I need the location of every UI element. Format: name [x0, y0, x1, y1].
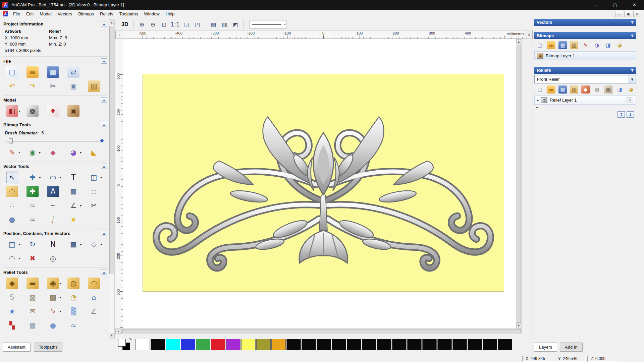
texture-relief-icon[interactable]: ▩	[26, 292, 42, 303]
import-bitmap-icon[interactable]: ▥	[570, 41, 578, 49]
child-close-button[interactable]: ✕	[633, 11, 641, 17]
set-model-size-icon[interactable]: ◧ ▸	[6, 105, 21, 117]
palette-swatch-black-9[interactable]	[392, 339, 407, 350]
palette-swatch-black-16[interactable]	[498, 339, 512, 350]
node-editing-icon[interactable]: ∫	[47, 214, 62, 225]
select-vectors-icon[interactable]: ↖	[6, 172, 21, 183]
save-relief-icon[interactable]: ▦	[558, 85, 567, 94]
save-copy-icon[interactable]: ⇄	[67, 66, 83, 78]
line-width-handle[interactable]: ▴	[284, 22, 286, 26]
bitmap-layer-row[interactable]: ◉ Bitmap Layer 1	[534, 51, 636, 60]
reliefs-section-header[interactable]: Reliefs ▼	[534, 67, 636, 74]
primary-colour-swatch[interactable]	[118, 339, 126, 347]
palette-swatch-black-15[interactable]	[483, 339, 497, 350]
create-bezier-icon[interactable]: ~	[47, 200, 62, 211]
scroll-up-icon[interactable]: ▲	[109, 20, 114, 25]
turn-relief-icon[interactable]: ◍	[67, 278, 83, 289]
zoom-objects-icon[interactable]: ◱	[181, 20, 191, 29]
tab-assistant[interactable]: Assistant	[3, 343, 31, 352]
clipart-relief-icon[interactable]: ▚	[6, 320, 21, 331]
slider-thumb[interactable]	[9, 138, 13, 143]
block-array-icon[interactable]: ▦ ▸	[67, 239, 83, 250]
primary-secondary-colour[interactable]: ✎	[118, 338, 133, 351]
chevron-down-icon[interactable]: ▼	[631, 20, 634, 24]
free-curve-icon[interactable]: ≈	[26, 214, 42, 225]
move-layer-up-button[interactable]: ↑	[618, 111, 625, 118]
collapse-position-tools-button[interactable]: ▲	[101, 231, 107, 236]
ruler-options-button[interactable]: ⇅	[526, 31, 533, 39]
zoom-page-icon[interactable]: ◳	[193, 20, 202, 29]
bitmap-options-icon[interactable]: ◕	[615, 41, 624, 49]
save-model-icon[interactable]: ▦	[47, 66, 62, 78]
extrude-relief-icon[interactable]: ▬	[26, 278, 42, 289]
child-restore-button[interactable]: ▣	[624, 11, 632, 17]
shape-editor-icon[interactable]: ◆	[6, 278, 21, 289]
horizontal-ruler[interactable]: -500-400-300-200-1000100200300400 millim…	[123, 31, 526, 39]
toggle-vector-view-icon[interactable]: ▥	[220, 20, 229, 29]
create-points-icon[interactable]: ∴	[6, 200, 21, 211]
constant-height-icon[interactable]: ⌂	[88, 292, 103, 303]
menu-bitmaps[interactable]: Bitmaps	[75, 10, 97, 17]
relief-select-combobox[interactable]: Front Relief ▼	[534, 75, 636, 83]
palette-swatch-black-10[interactable]	[407, 339, 422, 350]
vectors-section-header[interactable]: Vectors ▼	[534, 19, 636, 26]
zoom-one-to-one-icon[interactable]: 1:1	[170, 20, 179, 29]
tab-layers[interactable]: Layers	[534, 343, 557, 352]
new-relief-icon[interactable]: ▢	[536, 85, 544, 94]
rotate-array-icon[interactable]: ↻	[26, 239, 42, 250]
new-model-icon[interactable]: ▢	[6, 66, 21, 78]
redo-icon[interactable]: ↷	[26, 80, 42, 92]
sculpt-model-icon[interactable]: ♦	[47, 105, 62, 117]
palette-swatch-yellow[interactable]	[241, 339, 256, 350]
tab-toolpaths[interactable]: Toolpaths	[34, 343, 63, 352]
save-bitmap-icon[interactable]: ▦	[558, 41, 567, 49]
menu-help[interactable]: Help	[163, 10, 178, 17]
palette-swatch-black-13[interactable]	[452, 339, 467, 350]
snap-grid-icon[interactable]: ▦	[67, 186, 83, 197]
palette-swatch-black-4[interactable]	[317, 339, 331, 350]
greyscale-model-icon[interactable]: ▩	[26, 105, 42, 117]
copy-along-curve-icon[interactable]: ◇ ▸	[88, 239, 103, 250]
canvas-sheet[interactable]	[143, 74, 504, 292]
palette-swatch-black-5[interactable]	[332, 339, 346, 350]
paste-icon[interactable]: ▤	[88, 80, 103, 92]
mirror-vectors-icon[interactable]: ◫ ▸	[88, 172, 103, 183]
scroll-up-icon[interactable]: ▲	[516, 39, 521, 44]
bucket-fill-icon[interactable]: ◣	[88, 147, 103, 158]
vertical-scrollbar[interactable]: ▲ ▼	[516, 39, 522, 328]
vertical-scroll-thumb[interactable]	[517, 45, 521, 323]
relief-wizard-icon[interactable]: ▤	[593, 85, 601, 94]
scroll-down-icon[interactable]: ▼	[516, 323, 521, 328]
star-relief-icon[interactable]: ★	[6, 306, 21, 317]
preview-relief-layer-icon[interactable]: ◩	[231, 20, 240, 29]
paint-selective-icon[interactable]: ◉ ▸	[26, 147, 42, 158]
zoom-out-icon[interactable]: ⊖	[148, 20, 157, 29]
collapse-relief-tools-button[interactable]: ▲	[101, 269, 107, 275]
menu-vectors[interactable]: Vectors	[55, 10, 75, 17]
fit-arc-icon[interactable]: ◠ ▸	[6, 253, 21, 264]
delete-relief-icon[interactable]: ◨	[615, 85, 624, 94]
delete-bitmap-icon[interactable]: ◨	[604, 41, 612, 49]
combobox-dropdown-icon[interactable]: ▼	[629, 75, 636, 83]
sculpt-relief-icon[interactable]: ◔	[67, 292, 83, 303]
child-minimize-button[interactable]: —	[615, 11, 623, 17]
collapse-vector-tools-button[interactable]: ▲	[101, 164, 107, 169]
measure-tool-icon[interactable]: ≈	[26, 200, 42, 211]
palette-swatch-cyan[interactable]	[166, 339, 180, 350]
create-star-icon[interactable]: ★	[67, 214, 83, 225]
2d-view-viewport[interactable]	[123, 39, 516, 328]
create-spiral-icon[interactable]: ◎	[47, 253, 62, 264]
palette-swatch-gold[interactable]	[271, 339, 286, 350]
wrap-cylinder-icon[interactable]: ◍	[6, 214, 21, 225]
palette-swatch-olive[interactable]	[256, 339, 271, 350]
maximize-button[interactable]: ▢	[606, 0, 625, 10]
menu-model[interactable]: Model	[37, 10, 54, 17]
horizontal-scroll-thumb[interactable]	[122, 329, 521, 333]
calculate-relief-icon[interactable]: ▦	[604, 85, 612, 94]
menu-window[interactable]: Window	[141, 10, 163, 17]
palette-swatch-red[interactable]	[211, 339, 225, 350]
scroll-thumb[interactable]	[109, 26, 114, 274]
flood-fill-icon[interactable]: ◆	[47, 147, 62, 158]
edit-colours-icon[interactable]: ◑	[593, 41, 601, 49]
menu-file[interactable]: File	[10, 10, 23, 17]
